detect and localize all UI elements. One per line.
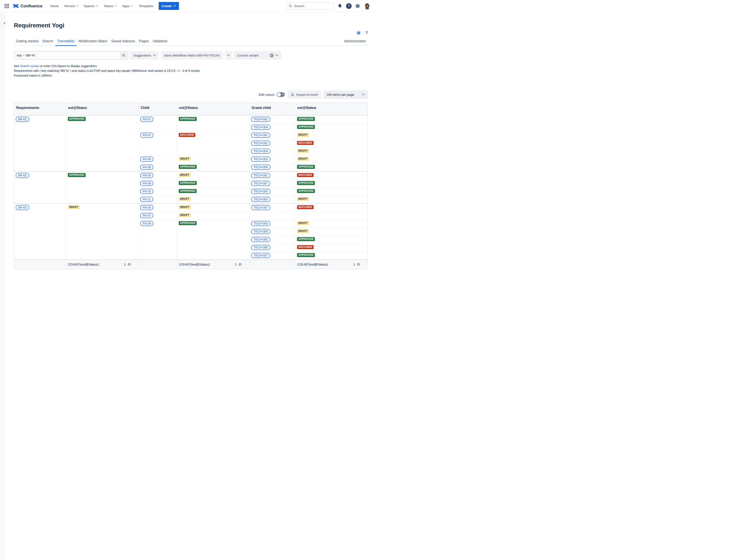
- child-key-link[interactable]: FN-08: [140, 164, 153, 170]
- expand-sidebar-button[interactable]: [1, 20, 7, 26]
- chevron-down-icon: [362, 94, 365, 95]
- status-badge: DRAFT: [179, 213, 191, 217]
- refresh-icon[interactable]: [238, 263, 242, 266]
- nav-item-apps[interactable]: Apps: [120, 2, 135, 9]
- confluence-logo[interactable]: Confluence: [13, 3, 42, 9]
- child-key-link[interactable]: FN-03: [140, 173, 153, 178]
- grand-child-key-link[interactable]: TECH-006: [251, 245, 270, 250]
- grand-child-key-link[interactable]: TECH-003: [251, 157, 270, 162]
- processing-time: Processed matrix in 1885ms: [14, 74, 368, 77]
- grand-child-key-link[interactable]: TECH-001: [251, 133, 270, 138]
- grand-child-key-link[interactable]: TECH-007: [251, 205, 270, 210]
- grand-child-key-link[interactable]: TECH-004: [251, 229, 270, 234]
- grand-child-key-link[interactable]: TECH-005: [251, 237, 270, 242]
- suggestions-button[interactable]: Suggestions: [130, 51, 159, 60]
- user-avatar[interactable]: [364, 3, 371, 9]
- nav-item-home[interactable]: Home: [48, 2, 61, 9]
- app-help-icon[interactable]: ?: [365, 30, 368, 35]
- status-badge: DRAFT: [297, 197, 309, 201]
- status-badge: APPROVED: [68, 117, 86, 121]
- brand-name: Confluence: [21, 4, 42, 8]
- nav-item-recent[interactable]: Recent: [62, 2, 80, 9]
- collapsed-sidebar-rail: [0, 12, 4, 280]
- status-badge: DECLINED: [179, 133, 196, 137]
- matrix-row: BR-01APPROVEDFN-01APPROVEDTECH-002APPROV…: [14, 115, 368, 124]
- grand-child-key-link[interactable]: TECH-005: [251, 189, 270, 194]
- refresh-icon[interactable]: [357, 263, 360, 266]
- tab-traceability[interactable]: Traceability: [55, 38, 77, 46]
- tab-saved-matrixes[interactable]: Saved matrixes: [109, 38, 137, 46]
- grand-child-key-link[interactable]: TECH-007: [251, 253, 270, 258]
- app-switcher-icon[interactable]: [3, 2, 10, 10]
- grand-child-key-link[interactable]: TECH-002: [251, 141, 270, 146]
- app-settings-gear-icon[interactable]: [356, 31, 361, 35]
- column-header-3: ext@Status: [177, 103, 249, 115]
- chevron-right-icon: [3, 22, 5, 24]
- status-badge: DECLINED: [297, 245, 314, 249]
- grand-child-key-link[interactable]: TECH-003: [251, 221, 270, 226]
- tab-search[interactable]: Search: [40, 38, 55, 46]
- create-button[interactable]: Create: [159, 2, 179, 10]
- column-header-1: ext@Status: [66, 103, 138, 115]
- column-header-0: Requirements: [14, 103, 66, 115]
- status-badge: APPROVED: [297, 165, 315, 169]
- page-size-select[interactable]: 200 items per page: [323, 90, 368, 99]
- grand-child-key-link[interactable]: TECH-001: [251, 173, 270, 178]
- export-excel-button[interactable]: Export to excel: [287, 90, 321, 99]
- child-key-link[interactable]: FN-05: [140, 157, 153, 162]
- edit-values-toggle[interactable]: ×: [277, 92, 285, 97]
- settings-gear-icon[interactable]: [355, 3, 361, 9]
- status-badge: DRAFT: [179, 157, 191, 161]
- tab-validation[interactable]: Validation: [151, 38, 169, 46]
- status-badge: APPROVED: [179, 221, 197, 225]
- nav-item-spaces[interactable]: Spaces: [82, 2, 100, 9]
- save-options-button[interactable]: [225, 51, 232, 60]
- grand-child-key-link[interactable]: TECH-003: [251, 197, 270, 202]
- tab-getting-started[interactable]: Getting started: [14, 38, 40, 46]
- grand-child-key-link[interactable]: TECH-007: [251, 181, 270, 186]
- child-key-link[interactable]: FN-04: [140, 181, 153, 186]
- grand-child-key-link[interactable]: TECH-004: [251, 149, 270, 154]
- tab-administration[interactable]: Administration: [342, 38, 368, 46]
- query-input[interactable]: [14, 51, 128, 60]
- requirement-key-link[interactable]: BR-02: [16, 173, 29, 178]
- count-label: COUNT(ext@Status):: [179, 263, 211, 266]
- status-badge: APPROVED: [297, 117, 315, 121]
- child-key-link[interactable]: FN-11: [140, 197, 153, 202]
- clear-variant-icon[interactable]: ×: [270, 53, 274, 58]
- help-icon[interactable]: ?: [346, 3, 351, 9]
- run-search-button[interactable]: [120, 52, 127, 59]
- traceability-matrix: Requirementsext@StatusChildext@StatusGra…: [14, 103, 368, 269]
- status-badge: DRAFT: [297, 149, 309, 153]
- child-key-link[interactable]: FN-09: [140, 221, 153, 226]
- child-key-link[interactable]: FN-01: [140, 117, 153, 122]
- count-value: 1: [124, 263, 126, 266]
- tab-pages[interactable]: Pages: [137, 38, 151, 46]
- column-header-5: ext@Status: [295, 103, 368, 115]
- child-key-link[interactable]: FN-02: [140, 133, 153, 138]
- nav-item-teams[interactable]: Teams: [102, 2, 119, 9]
- matrix-row: BR-02APPROVEDFN-03DRAFTTECH-001DECLINED: [14, 171, 368, 179]
- tab-modification-matrix[interactable]: Modification Matrix: [77, 38, 109, 46]
- chevron-down-icon: [227, 54, 230, 56]
- chevron-down-icon: [153, 54, 156, 56]
- child-key-link[interactable]: FN-04: [140, 205, 153, 210]
- search-syntax-link[interactable]: Search syntax: [20, 64, 39, 68]
- child-key-link[interactable]: FN-07: [140, 213, 153, 218]
- status-badge: DRAFT: [297, 157, 309, 161]
- grand-child-key-link[interactable]: TECH-004: [251, 125, 270, 130]
- global-search-input[interactable]: Search: [286, 2, 334, 10]
- child-key-link[interactable]: FN-10: [140, 189, 153, 194]
- notifications-bell-icon[interactable]: [337, 3, 343, 9]
- nav-item-templates[interactable]: Templates: [136, 2, 155, 9]
- grand-child-key-link[interactable]: TECH-006: [251, 164, 270, 170]
- top-navigation: Confluence HomeRecentSpacesTeamsAppsTemp…: [0, 0, 374, 12]
- grand-child-key-link[interactable]: TECH-002: [251, 117, 270, 122]
- variant-select[interactable]: Current variant ×: [234, 51, 281, 60]
- requirement-key-link[interactable]: BR-01: [16, 117, 29, 122]
- matrix-row: BR-03DRAFTFN-04DRAFTTECH-007DECLINED: [14, 203, 368, 211]
- save-matrix-button[interactable]: Save (Workflow Matrix BR>FN>TECH): [161, 51, 223, 60]
- matrix-header-row: Requirementsext@StatusChildext@StatusGra…: [14, 103, 368, 115]
- refresh-icon[interactable]: [127, 263, 131, 266]
- requirement-key-link[interactable]: BR-03: [16, 205, 29, 210]
